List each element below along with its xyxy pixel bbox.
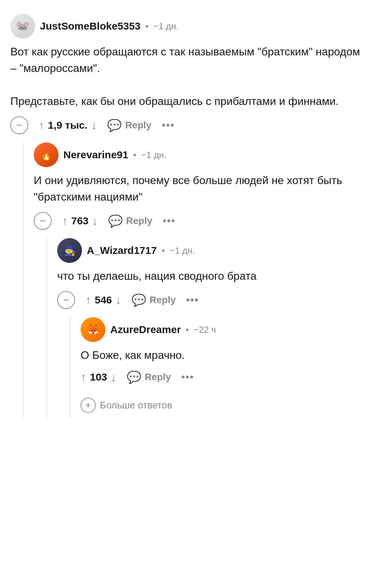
reply-label-nerevarine: Reply <box>126 215 152 226</box>
more-btn-1[interactable]: ••• <box>162 119 175 131</box>
dreamer-header: 🦊 AzureDreamer • −22 ч <box>81 317 362 342</box>
reply-level-3-container: 🦊 AzureDreamer • −22 ч <box>57 317 362 418</box>
reply-btn-dreamer[interactable]: 💬 Reply <box>127 370 171 384</box>
avatar-nerevarine: 🔥 <box>34 142 59 167</box>
nerevarine-body: И они удивляются, почему все больше люде… <box>34 172 362 205</box>
username-row-wizard: A_Wizard1717 • −1 дн. <box>87 245 195 256</box>
comment-nerevarine: 🔥 Nerevarine91 • −1 дн. И они удивляются… <box>34 142 362 418</box>
more-btn-wizard[interactable]: ••• <box>186 294 199 306</box>
reply-label-wizard: Reply <box>149 295 176 306</box>
dreamer-actions: ↑ 103 ↓ 💬 <box>81 370 362 384</box>
timestamp-dreamer: −22 ч <box>194 324 216 335</box>
more-icon-nerevarine: ••• <box>163 215 176 227</box>
indent-line-2 <box>46 238 48 418</box>
timestamp-1: −1 дн. <box>153 21 179 32</box>
collapse-icon-nerevarine: − <box>40 215 46 227</box>
replies-level-3: 🦊 AzureDreamer • −22 ч <box>57 317 362 418</box>
replies-level-1: 🔥 Nerevarine91 • −1 дн. И они удивляются… <box>10 142 362 418</box>
username-justsomebloke: JustSomeBloke5353 <box>40 20 141 32</box>
avatar-justsomebloke: 🐭 <box>10 14 35 39</box>
more-replies-icon: + <box>81 398 96 413</box>
reply-label-1: Reply <box>125 120 151 131</box>
wizard-header: 🧙 A_Wizard1717 • −1 дн. <box>57 238 362 263</box>
comment-dreamer: 🦊 AzureDreamer • −22 ч <box>81 317 362 392</box>
reply-icon-wizard: 💬 <box>132 293 146 307</box>
vote-count-wizard: 546 <box>95 294 112 306</box>
username-nerevarine: Nerevarine91 <box>63 149 128 161</box>
vote-count-1: 1,9 тыс. <box>48 119 87 131</box>
reply-icon-nerevarine: 💬 <box>108 214 123 228</box>
reply-level-2-container: 🧙 A_Wizard1717 • −1 дн. что ты делаешь, <box>34 238 362 418</box>
vote-count-dreamer: 103 <box>90 371 107 383</box>
timestamp-wizard: −1 дн. <box>169 245 195 256</box>
reply-level-1-container: 🔥 Nerevarine91 • −1 дн. И они удивляются… <box>10 142 362 418</box>
upvote-icon-1: ↑ <box>39 119 44 132</box>
dreamer-body: О Боже, как мрачно. <box>81 347 362 363</box>
indent-line-1 <box>23 142 24 418</box>
upvote-icon-nerevarine: ↑ <box>62 214 68 228</box>
comment-wizard: 🧙 A_Wizard1717 • −1 дн. что ты делаешь, <box>57 238 362 418</box>
downvote-icon-wizard: ↓ <box>115 293 121 307</box>
reply-btn-1[interactable]: 💬 Reply <box>107 118 151 132</box>
username-row-dreamer: AzureDreamer • −22 ч <box>110 324 216 335</box>
username-row-1: JustSomeBloke5353 • −1 дн. <box>40 20 179 32</box>
username-row-nerevarine: Nerevarine91 • −1 дн. <box>63 149 166 161</box>
replies-level-2: 🧙 A_Wizard1717 • −1 дн. что ты делаешь, <box>34 238 362 418</box>
wizard-body: что ты делаешь, нация сводного брата <box>57 268 362 284</box>
upvote-btn-nerevarine[interactable]: ↑ 763 ↓ <box>62 214 98 228</box>
more-icon-dreamer: ••• <box>181 371 194 383</box>
avatar-wizard: 🧙 <box>57 238 82 263</box>
more-replies-label: Больше ответов <box>100 400 172 411</box>
comment-1-actions: − ↑ 1,9 тыс. ↓ 💬 Reply ••• <box>10 116 362 134</box>
vote-count-nerevarine: 763 <box>71 215 89 227</box>
comment-thread: 🐭 JustSomeBloke5353 • −1 дн. Вот как рус… <box>0 7 372 425</box>
comment-1-header: 🐭 JustSomeBloke5353 • −1 дн. <box>10 14 362 39</box>
wizard-actions: − ↑ 546 ↓ 💬 <box>57 291 362 309</box>
indent-line-3 <box>70 317 71 418</box>
reply-btn-wizard[interactable]: 💬 Reply <box>132 293 176 307</box>
more-replies-btn[interactable]: + Больше ответов <box>81 392 362 418</box>
avatar-dreamer: 🦊 <box>81 317 105 342</box>
reply-3-content: 🦊 AzureDreamer • −22 ч <box>81 317 362 418</box>
collapse-btn-nerevarine[interactable]: − <box>34 212 52 230</box>
username-dreamer: AzureDreamer <box>110 324 181 335</box>
collapse-btn-wizard[interactable]: − <box>57 291 75 309</box>
upvote-btn-1[interactable]: ↑ 1,9 тыс. ↓ <box>39 119 97 132</box>
nerevarine-header: 🔥 Nerevarine91 • −1 дн. <box>34 142 362 167</box>
collapse-btn-1[interactable]: − <box>10 116 28 134</box>
more-btn-dreamer[interactable]: ••• <box>181 371 194 383</box>
reply-label-dreamer: Reply <box>145 372 171 383</box>
more-btn-nerevarine[interactable]: ••• <box>163 215 176 227</box>
reply-btn-nerevarine[interactable]: 💬 Reply <box>108 214 152 228</box>
reply-1-content: 🔥 Nerevarine91 • −1 дн. И они удивляются… <box>34 142 362 418</box>
more-icon-wizard: ••• <box>186 294 199 306</box>
more-icon-1: ••• <box>162 119 175 131</box>
upvote-btn-wizard[interactable]: ↑ 546 ↓ <box>85 293 121 307</box>
username-wizard: A_Wizard1717 <box>87 245 157 256</box>
downvote-icon-dreamer: ↓ <box>111 371 116 384</box>
comment-1-body: Вот как русские обращаются с так называе… <box>10 43 362 109</box>
downvote-icon-nerevarine: ↓ <box>92 214 98 228</box>
timestamp-nerevarine: −1 дн. <box>141 150 167 160</box>
upvote-icon-wizard: ↑ <box>85 293 91 307</box>
reply-icon-1: 💬 <box>107 118 122 132</box>
collapse-icon-wizard: − <box>63 294 69 306</box>
reply-2-content: 🧙 A_Wizard1717 • −1 дн. что ты делаешь, <box>57 238 362 418</box>
nerevarine-actions: − ↑ 763 ↓ 💬 Reply <box>34 212 362 230</box>
downvote-icon-1: ↓ <box>91 119 97 132</box>
upvote-icon-dreamer: ↑ <box>81 371 86 384</box>
reply-icon-dreamer: 💬 <box>127 370 141 384</box>
collapse-icon-1: − <box>16 119 22 131</box>
comment-1: 🐭 JustSomeBloke5353 • −1 дн. Вот как рус… <box>10 14 362 418</box>
upvote-btn-dreamer[interactable]: ↑ 103 ↓ <box>81 371 116 384</box>
